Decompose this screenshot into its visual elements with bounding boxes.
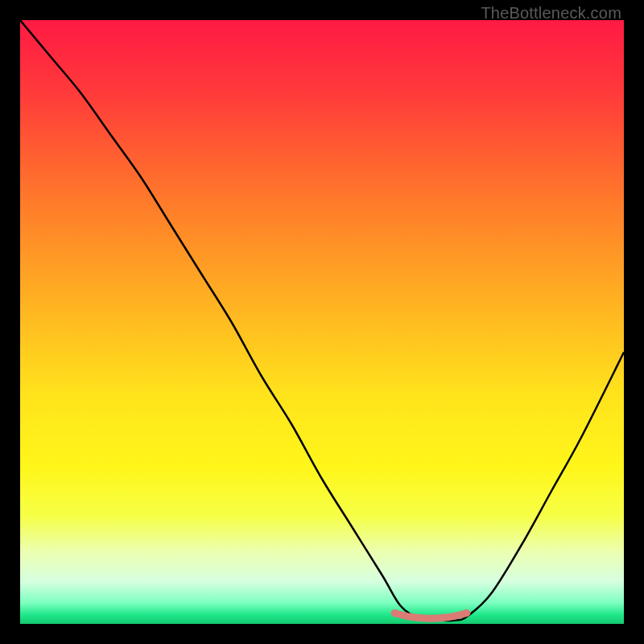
plot-area xyxy=(20,20,624,624)
chart-frame: TheBottleneck.com xyxy=(0,0,644,644)
gradient-background xyxy=(20,20,624,624)
chart-svg xyxy=(20,20,624,624)
watermark-text: TheBottleneck.com xyxy=(481,4,621,23)
